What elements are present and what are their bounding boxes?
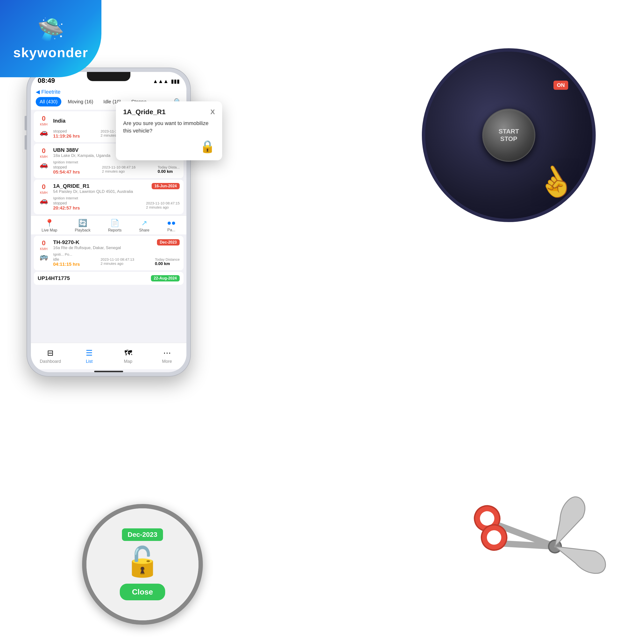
live-map-icon: 📍 [45, 219, 54, 227]
inner-toolbar: 📍 Live Map 🔄 Playback 📄 Reports ↗ Share [31, 216, 186, 234]
scissors-svg [466, 466, 639, 639]
magnifier-date: Dec-2023 [122, 528, 163, 541]
reports-icon: 📄 [110, 219, 119, 227]
finger-icon: ☝️ [531, 159, 579, 206]
toolbar-live-map[interactable]: 📍 Live Map [42, 219, 57, 232]
more-icon: ⋯ [163, 348, 171, 357]
toolbar-reports[interactable]: 📄 Reports [108, 219, 121, 232]
nav-more[interactable]: ⋯ More [147, 343, 186, 369]
dialog-message: Are you sure you want to immobilize this… [123, 120, 215, 135]
magnifier-content: Dec-2023 🔓 Close [86, 508, 198, 620]
battery-icon: ▮▮▮ [171, 78, 180, 84]
more-toolbar-icon: ●● [167, 219, 175, 227]
playback-label: Playback [75, 228, 91, 232]
immobilize-dialog: 1A_Qride_R1 X Are you sure you want to i… [116, 101, 222, 160]
nav-dashboard[interactable]: ⊟ Dashboard [31, 343, 70, 369]
today-distance-label: Today Dista... [158, 165, 180, 169]
date-badge: 22-Aug-2024 [151, 275, 180, 281]
bottom-navigation: ⊟ Dashboard ☰ List 🗺 Map ⋯ More [31, 343, 186, 369]
share-label: Share [139, 228, 149, 232]
speed-value: 0 [42, 239, 46, 247]
filter-moving[interactable]: Moving (16) [64, 97, 97, 106]
last-update: 2023-11-10 08:47:16 [102, 165, 135, 169]
time-ago: 2 minutes ago [146, 205, 180, 209]
today-distance: 0.00 km [155, 261, 180, 266]
ignition-label: Ignition Internet [53, 196, 78, 200]
lock-icon: 🔒 [123, 140, 215, 154]
home-indicator [94, 371, 123, 372]
status-time: 08:49 [38, 77, 55, 84]
dialog-header: 1A_Qride_R1 X [123, 108, 215, 116]
status-icons: ▲▲▲ ▮▮▮ [153, 78, 180, 84]
logo-icon: 🛸 [37, 17, 64, 42]
toolbar-share[interactable]: ↗ Share [139, 219, 149, 232]
phone-notch [87, 72, 130, 81]
ignition-label: Igniti... Po... [53, 252, 72, 256]
today-distance-label: Today Distance [155, 257, 180, 261]
start-stop-text: STARTSTOP [499, 128, 519, 143]
dialog-close-button[interactable]: X [210, 108, 215, 116]
dashboard-label: Dashboard [40, 359, 61, 364]
vehicle-card[interactable]: 0 KMH 🚌 TH-9270-K Dec-2023 16a Rte de Ru… [34, 236, 183, 270]
toolbar-playback[interactable]: 🔄 Playback [75, 219, 91, 232]
share-icon: ↗ [141, 219, 147, 227]
time-ago: 2 minutes ago [101, 261, 134, 266]
speed-value: 0 [42, 147, 46, 155]
date-badge: 16-Jun-2024 [152, 183, 180, 189]
duration: 05:54:47 hrs [53, 169, 80, 175]
more-label: More [162, 359, 172, 364]
list-label: List [86, 359, 92, 364]
magnifier-lock-icon: 🔓 [124, 545, 160, 579]
car-button-circle: ON STARTSTOP ☝️ [422, 48, 596, 222]
logo-text: skywonder [13, 45, 88, 60]
duration: 20:42:57 hrs [53, 205, 80, 211]
speed-value: 0 [42, 115, 46, 122]
date-badge: Dec-2023 [157, 239, 180, 245]
vehicle-address: 16a Rte de Rufisque, Dakar, Senegal [53, 245, 180, 250]
vehicle-name: UP14HT1775 [38, 275, 70, 281]
on-indicator: ON [553, 81, 568, 90]
vehicle-name: India [53, 118, 65, 124]
list-icon: ☰ [86, 348, 93, 357]
toolbar-more[interactable]: ●● Pa... [167, 219, 175, 232]
vehicle-name: TH-9270-K [53, 239, 79, 245]
nav-list[interactable]: ☰ List [70, 343, 109, 369]
volume-up-button [25, 116, 27, 130]
reports-label: Reports [108, 228, 121, 232]
wifi-icon: ▲▲▲ [153, 78, 168, 84]
vehicle-card[interactable]: UP14HT1775 22-Aug-2024 [34, 272, 183, 285]
start-stop-button[interactable]: STARTSTOP [482, 109, 535, 162]
status-label: stopped [53, 129, 80, 133]
today-distance: 0.00 km [158, 169, 180, 174]
duration: 11:19:26 hrs [53, 133, 80, 139]
nav-map[interactable]: 🗺 Map [109, 343, 147, 369]
speed-unit: KMH [40, 191, 47, 195]
scissors [466, 466, 639, 639]
vehicle-name: 1A_QRIDE_R1 [53, 183, 89, 189]
status-label: stopped [53, 201, 80, 205]
filter-all[interactable]: All (430) [36, 97, 61, 106]
live-map-label: Live Map [42, 228, 57, 232]
magnifier-close-button[interactable]: Close [120, 584, 165, 600]
map-icon: 🗺 [124, 349, 132, 357]
speed-unit: KMH [40, 247, 47, 251]
map-label: Map [124, 359, 132, 364]
volume-down-button [25, 135, 27, 150]
ignition-label: Ignition Internet [53, 160, 78, 164]
dialog-title: 1A_Qride_R1 [123, 108, 166, 116]
logo-container: 🛸 skywonder [0, 0, 101, 77]
back-navigation[interactable]: ◀ Fleetrite [36, 89, 181, 95]
car-button-inner: ON STARTSTOP ☝️ [425, 52, 592, 219]
speed-value: 0 [42, 183, 46, 191]
vehicle-name: UBN 388V [53, 147, 78, 153]
last-update: 2023-11-10 08:47:13 [101, 257, 134, 261]
speed-unit: KMH [40, 155, 47, 159]
status-label: stopped [53, 165, 80, 169]
last-update: 2023-11-10 08:47:15 [146, 201, 180, 205]
duration: 04:11:15 hrs [53, 262, 80, 267]
magnifier: Dec-2023 🔓 Close [82, 504, 203, 625]
more-toolbar-label: Pa... [167, 228, 175, 232]
dashboard-icon: ⊟ [47, 348, 54, 357]
vehicle-card[interactable]: 0 KMH 🚗 1A_QRIDE_R1 16-Jun-2024 54 Paisl… [34, 180, 183, 214]
speed-unit: KMH [40, 122, 47, 126]
